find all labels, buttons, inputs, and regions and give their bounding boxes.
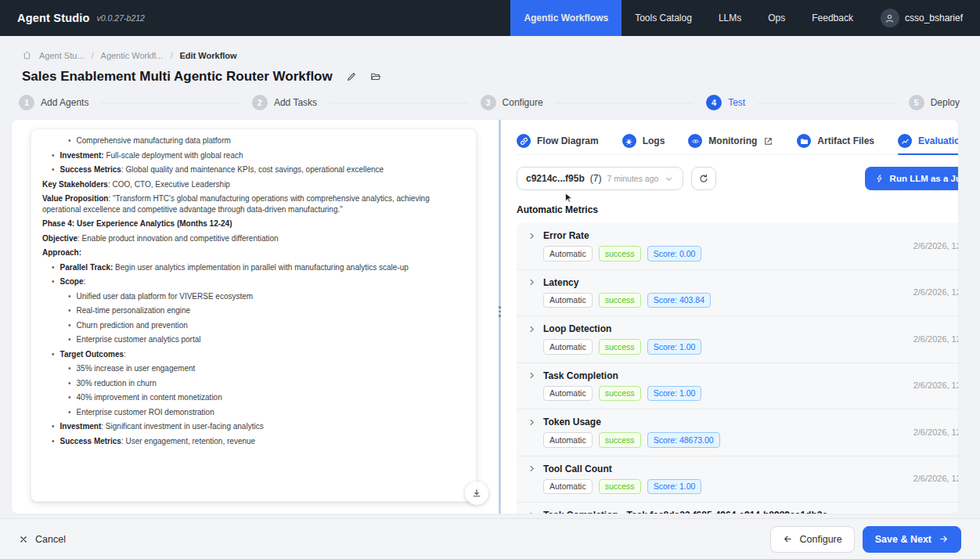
external-link-icon[interactable] — [763, 136, 773, 146]
step-connector — [758, 103, 896, 103]
metric-row-task-completion[interactable]: Task CompletionAutomaticsuccessScore: 1.… — [517, 363, 959, 410]
open-folder-icon[interactable] — [370, 71, 381, 82]
tab-monitoring[interactable]: Monitoring — [688, 128, 773, 154]
doc-text: Scope: — [60, 276, 86, 287]
doc-bullet-item: •Parallel Track: Begin user analytics im… — [42, 262, 460, 273]
score-badge: Score: 48673.00 — [647, 432, 720, 448]
metric-timestamp: 2/6/2026, 12:37:01 AM — [913, 380, 959, 390]
doc-text: Enterprise customer ROI demonstration — [77, 407, 214, 418]
step-label: Add Tasks — [274, 97, 317, 108]
refresh-button[interactable] — [691, 167, 716, 190]
link-icon — [517, 134, 531, 148]
step-connector — [330, 103, 468, 103]
doc-text: Real-time personalization engine — [77, 305, 191, 316]
edit-pencil-icon[interactable] — [346, 71, 357, 82]
doc-bullet-item: •Investment: Significant investment in u… — [42, 421, 460, 432]
metric-row-token-usage[interactable]: Token UsageAutomaticsuccessScore: 48673.… — [517, 409, 959, 456]
doc-paragraph: Value Proposition: "Transform HTC's glob… — [42, 193, 460, 215]
status-badge: success — [599, 479, 641, 495]
run-selector-dropdown[interactable]: c9214c...f95b (7) 7 minutes ago — [517, 167, 683, 190]
tab-flow-diagram[interactable]: Flow Diagram — [517, 128, 599, 154]
step-deploy[interactable]: 5Deploy — [909, 95, 960, 110]
doc-bullet-item: •Unified user data platform for VIVERSE … — [42, 291, 460, 302]
metric-row-latency[interactable]: LatencyAutomaticsuccessScore: 403.842/6/… — [517, 270, 959, 317]
step-test[interactable]: 4Test — [706, 95, 745, 110]
avatar — [881, 9, 899, 27]
doc-text: Success Metrics: Global quality and main… — [60, 164, 384, 175]
step-add-tasks[interactable]: 2Add Tasks — [252, 95, 317, 110]
save-next-button[interactable]: Save & Next — [863, 526, 961, 553]
nav-item-agentic-workflows[interactable]: Agentic Workflows — [510, 0, 622, 36]
tab-label: Flow Diagram — [537, 135, 599, 146]
app-version: v0.0.27-b212 — [97, 13, 145, 23]
chevron-right-icon[interactable] — [528, 511, 536, 515]
chevron-right-icon[interactable] — [528, 464, 536, 473]
configure-button[interactable]: Configure — [770, 526, 855, 553]
nav-item-tools-catalog[interactable]: Tools Catalog — [622, 0, 705, 36]
arrow-right-icon — [939, 534, 949, 544]
doc-text: Investment: Full-scale deployment with g… — [60, 150, 243, 161]
doc-text: Enterprise customer analytics portal — [77, 334, 201, 345]
doc-text: Value Proposition: "Transform HTC's glob… — [42, 194, 430, 214]
metric-timestamp: 2/6/2026, 12:37:01 AM — [913, 474, 959, 483]
metric-timestamp: 2/6/2026, 12:37:01 AM — [913, 427, 959, 437]
tab-label: Logs — [643, 135, 665, 146]
run-count-label: (7) — [590, 173, 602, 184]
doc-bullet-item: •Enterprise customer analytics portal — [42, 334, 460, 345]
score-badge: Score: 1.00 — [647, 386, 702, 402]
chevron-right-icon[interactable] — [528, 278, 536, 287]
metric-title: Task Completion — [543, 370, 618, 381]
nav-item-ops[interactable]: Ops — [755, 0, 798, 36]
breadcrumb-item[interactable]: Agentic Workfl... — [101, 51, 164, 60]
metric-row-loop-detection[interactable]: Loop DetectionAutomaticsuccessScore: 1.0… — [517, 316, 959, 363]
step-label: Deploy — [931, 97, 960, 108]
tab-logs[interactable]: Logs — [622, 128, 665, 154]
chevron-right-icon[interactable] — [528, 371, 536, 380]
metric-type-tag: Automatic — [543, 293, 593, 308]
metric-row-tool-call-count[interactable]: Tool Call CountAutomaticsuccessScore: 1.… — [517, 456, 959, 503]
run-llm-judge-button[interactable]: Run LLM as a Judge evals — [865, 167, 959, 190]
doc-text: Parallel Track: Begin user analytics imp… — [60, 262, 409, 273]
doc-paragraph: Key Stakeholders: COO, CTO, Executive Le… — [42, 179, 460, 190]
download-button[interactable] — [465, 481, 488, 505]
tab-label: Artifact Files — [817, 135, 874, 146]
step-label: Add Agents — [41, 97, 88, 108]
chevron-right-icon[interactable] — [528, 325, 536, 334]
metric-row-task-completion-task-fce8da33-f685-4964-a914-b8989ca1db2e[interactable]: Task Completion - Task fce8da33-f685-496… — [517, 503, 959, 514]
bullet-dot: • — [68, 392, 71, 403]
tab-artifact-files[interactable]: Artifact Files — [797, 128, 874, 154]
download-icon — [471, 488, 482, 499]
doc-text: Target Outcomes: — [60, 349, 126, 360]
step-configure[interactable]: 3Configure — [481, 95, 543, 110]
metric-row-error-rate[interactable]: Error RateAutomaticsuccessScore: 0.002/6… — [517, 223, 959, 270]
title-row: Sales Enablement Multi Agentic Router Wo… — [22, 69, 381, 85]
chevron-right-icon[interactable] — [528, 418, 536, 427]
home-icon[interactable] — [22, 50, 32, 60]
page-title: Sales Enablement Multi Agentic Router Wo… — [22, 69, 333, 85]
breadcrumb-current: Edit Workflow — [180, 51, 237, 60]
cancel-button[interactable]: Cancel — [19, 534, 66, 545]
section-title: Automatic Metrics — [517, 204, 959, 215]
metric-title: Tool Call Count — [543, 463, 612, 474]
metric-title: Error Rate — [543, 230, 589, 241]
eye-icon — [688, 134, 702, 148]
doc-paragraph: Approach: — [42, 247, 460, 258]
bug-icon — [622, 134, 636, 148]
doc-bullet-item: •Comprehensive manufacturing data platfo… — [42, 135, 460, 146]
nav-item-llms[interactable]: LLMs — [705, 0, 755, 36]
doc-text: Unified user data platform for VIVERSE e… — [77, 291, 254, 302]
chevron-right-icon[interactable] — [528, 232, 536, 240]
evaluations-pane: Flow DiagramLogsMonitoringArtifact Files… — [501, 120, 959, 514]
tab-evaluations[interactable]: Evaluations — [898, 128, 959, 154]
step-add-agents[interactable]: 1Add Agents — [19, 95, 88, 110]
breadcrumb-item[interactable]: Agent Stu... — [39, 51, 84, 60]
tab-label: Monitoring — [708, 135, 757, 146]
user-menu[interactable]: csso_bsharief — [867, 9, 969, 27]
score-badge: Score: 1.00 — [647, 339, 702, 355]
doc-paragraph: Phase 4: User Experience Analytics (Mont… — [42, 218, 460, 229]
nav-item-feedback[interactable]: Feedback — [798, 0, 867, 36]
bullet-dot: • — [52, 276, 55, 287]
status-badge: success — [599, 386, 641, 402]
bullet-dot: • — [68, 320, 71, 331]
bullet-dot: • — [68, 291, 71, 302]
